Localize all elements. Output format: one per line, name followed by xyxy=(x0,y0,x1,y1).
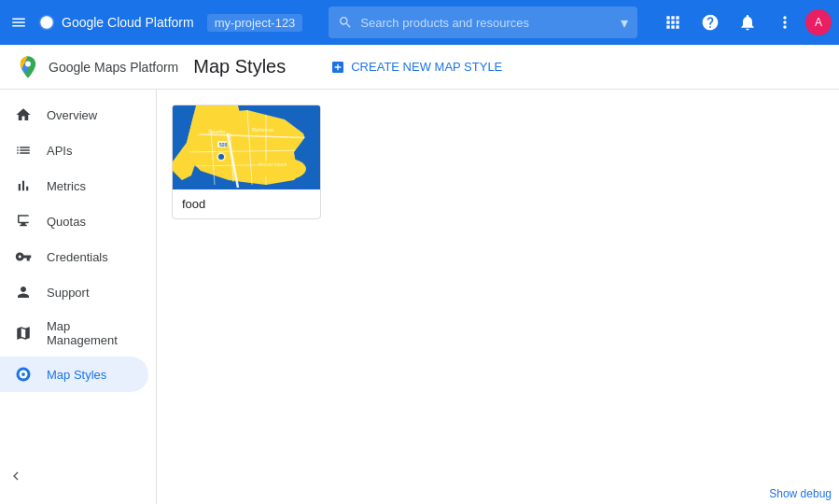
maps-logo-icon xyxy=(15,54,41,80)
map-style-card[interactable]: Seattle Bellevue Mercer Island 520 food xyxy=(172,105,321,219)
svg-text:Mercer Island: Mercer Island xyxy=(259,161,287,167)
sidebar-item-support[interactable]: Support xyxy=(0,274,148,310)
project-selector[interactable]: my-project-123 xyxy=(207,14,303,32)
bar-chart-icon xyxy=(15,177,32,194)
add-box-icon xyxy=(330,60,345,75)
search-input[interactable] xyxy=(360,16,613,30)
map-thumbnail: Seattle Bellevue Mercer Island 520 xyxy=(173,105,321,189)
grid-icon-btn[interactable] xyxy=(656,6,690,39)
sidebar-item-map-management-label: Map Management xyxy=(47,319,133,347)
create-button-label: CREATE NEW MAP STYLE xyxy=(351,60,502,74)
menu-icon[interactable] xyxy=(7,11,30,34)
help-icon-btn[interactable] xyxy=(693,6,727,39)
create-new-map-style-button[interactable]: CREATE NEW MAP STYLE xyxy=(323,56,510,78)
app-name: Google Maps Platform xyxy=(49,60,178,75)
map-style-card-label: food xyxy=(173,189,320,218)
search-expand-icon: ▾ xyxy=(621,14,628,32)
page-title: Map Styles xyxy=(193,56,286,77)
map-thumbnail-svg: Seattle Bellevue Mercer Island 520 xyxy=(173,105,321,189)
main-content: Seattle Bellevue Mercer Island 520 food xyxy=(157,90,839,504)
svg-point-3 xyxy=(21,372,25,376)
svg-point-0 xyxy=(25,61,31,66)
sidebar-item-overview[interactable]: Overview xyxy=(0,97,148,133)
avatar[interactable]: A xyxy=(805,9,832,35)
sidebar-item-credentials[interactable]: Credentials xyxy=(0,239,148,274)
notifications-icon-btn[interactable] xyxy=(731,6,764,39)
sidebar-item-map-styles-label: Map Styles xyxy=(47,368,106,382)
main-layout: Overview APIs Metrics Quotas Credentials xyxy=(0,90,839,504)
more-icon-btn[interactable] xyxy=(768,6,802,39)
header-logo-area: Google Cloud Platform my-project-123 xyxy=(37,13,302,32)
sidebar-item-quotas[interactable]: Quotas xyxy=(0,203,148,239)
sidebar-item-metrics[interactable]: Metrics xyxy=(0,168,148,203)
sidebar-item-support-label: Support xyxy=(47,286,90,300)
svg-text:Seattle: Seattle xyxy=(208,129,226,134)
svg-point-22 xyxy=(218,154,224,160)
sidebar-item-map-styles[interactable]: Map Styles xyxy=(0,357,148,392)
svg-text:Bellevue: Bellevue xyxy=(252,127,274,133)
header-title: Google Cloud Platform xyxy=(62,15,194,30)
search-icon xyxy=(338,15,353,30)
sidebar-item-map-management[interactable]: Map Management xyxy=(0,310,148,357)
sidebar-item-credentials-label: Credentials xyxy=(47,250,108,264)
show-debug-link[interactable]: Show debug xyxy=(769,487,832,500)
app-logo-area: Google Maps Platform xyxy=(15,54,178,80)
monitor-icon xyxy=(15,213,32,230)
sidebar-item-metrics-label: Metrics xyxy=(47,179,86,193)
vpn-key-icon xyxy=(15,248,32,265)
sub-header: Google Maps Platform Map Styles CREATE N… xyxy=(0,45,839,90)
sidebar-item-quotas-label: Quotas xyxy=(47,215,86,229)
header-actions: A xyxy=(656,6,832,39)
list-icon xyxy=(15,142,32,159)
search-bar: ▾ xyxy=(329,7,637,38)
svg-text:520: 520 xyxy=(219,142,228,147)
sidebar-item-overview-label: Overview xyxy=(47,108,97,122)
sidebar-item-apis-label: APIs xyxy=(47,144,72,158)
cloud-logo-icon xyxy=(37,13,56,32)
top-header: Google Cloud Platform my-project-123 ▾ A xyxy=(0,0,839,45)
home-icon xyxy=(15,106,32,123)
sidebar-collapse-button[interactable] xyxy=(7,468,24,489)
sidebar-item-apis[interactable]: APIs xyxy=(0,133,148,168)
map-styles-icon xyxy=(15,366,32,383)
map-management-icon xyxy=(15,325,32,342)
sub-header-actions: CREATE NEW MAP STYLE xyxy=(323,56,510,78)
sidebar: Overview APIs Metrics Quotas Credentials xyxy=(0,90,157,504)
person-icon xyxy=(15,284,32,301)
